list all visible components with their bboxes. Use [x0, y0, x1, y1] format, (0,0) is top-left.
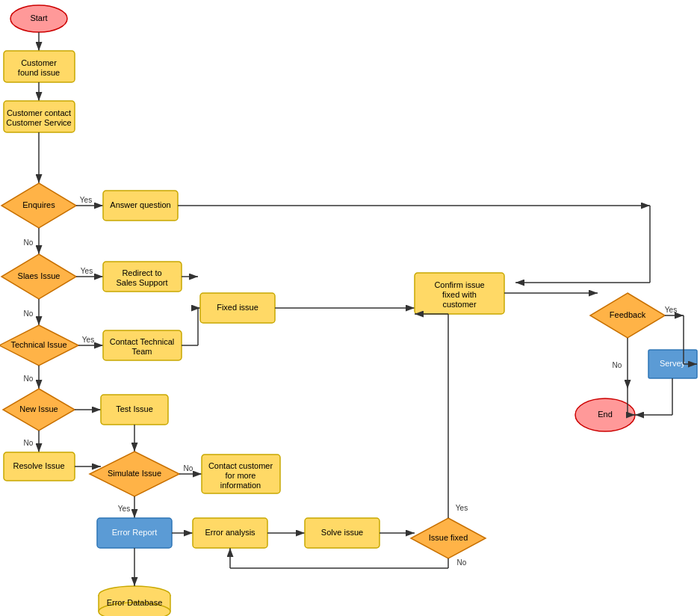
error-analysis-label: Error analysis	[205, 528, 255, 537]
tech-no-label: No	[24, 375, 34, 383]
enquires-label: Enquires	[22, 200, 55, 209]
feedback-label: Feedback	[610, 310, 646, 319]
customer-contact-label2: Customer Service	[6, 118, 71, 127]
start-label: Start	[30, 13, 47, 22]
end-label: End	[598, 410, 613, 419]
tech-label: Technical Issue	[10, 340, 66, 349]
contact-customer-label3: information	[220, 481, 261, 490]
error-report-label: Error Report	[112, 528, 158, 537]
sim-no-label: No	[184, 464, 193, 472]
redirect-sales-label1: Redirect to	[122, 268, 161, 277]
customer-found-label: Customer	[21, 58, 57, 67]
new-issue-label: New Issue	[19, 404, 58, 413]
confirm-issue-label1: Confirm issue	[434, 280, 484, 289]
contact-tech-label2: Team	[132, 347, 152, 356]
slaes-label: Slaes Issue	[18, 271, 61, 280]
enq-yes-label: Yes	[80, 196, 92, 204]
customer-found-label2: found issue	[18, 68, 60, 77]
redirect-sales-label2: Sales Support	[116, 278, 167, 287]
if-yes-label: Yes	[456, 504, 468, 512]
solve-issue-label: Solve issue	[321, 528, 363, 537]
answer-question-label: Answer question	[110, 200, 170, 209]
contact-tech-label1: Contact Technical	[110, 337, 175, 346]
fixed-issue-label: Fixed issue	[217, 303, 258, 312]
slaes-yes-label: Yes	[81, 267, 93, 275]
resolve-issue-label: Resolve Issue	[13, 461, 64, 470]
survey-label: Servey	[660, 359, 686, 368]
test-issue-label: Test Issue	[116, 404, 153, 413]
confirm-issue-label3: customer	[442, 300, 477, 309]
if-no-label: No	[457, 558, 467, 567]
fb-no-label: No	[613, 361, 622, 369]
ni-no-label: No	[24, 439, 34, 447]
customer-contact-label1: Customer contact	[7, 108, 71, 117]
slaes-no-label: No	[24, 309, 34, 318]
sim-yes-label: Yes	[118, 505, 130, 513]
simulate-label: Simulate Issue	[108, 469, 161, 478]
contact-customer-label2: for more	[226, 471, 256, 480]
confirm-issue-label2: fixed with	[442, 290, 477, 299]
tech-yes-label: Yes	[82, 336, 94, 344]
enq-no-label: No	[24, 238, 34, 247]
contact-customer-label1: Contact customer	[208, 461, 273, 470]
error-db-label: Error Database	[107, 598, 163, 607]
issue-fixed-label: Issue fixed	[429, 533, 468, 542]
fb-yes-label: Yes	[665, 306, 677, 314]
